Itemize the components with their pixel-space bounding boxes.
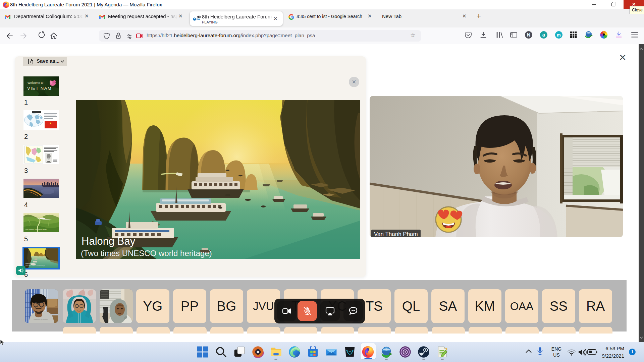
svg-text:Halong Bay: Halong Bay xyxy=(82,235,136,247)
svg-text:N: N xyxy=(527,32,530,38)
svg-text:(Two times UNESCO world herita: (Two times UNESCO world heritage) xyxy=(81,249,212,258)
svg-text:a: a xyxy=(542,32,545,38)
svg-text:Rice terraces & mountain areas: Rice terraces & mountain areas xyxy=(25,229,47,231)
svg-text:Welcome to: Welcome to xyxy=(28,81,43,84)
svg-text:and here is my text now: and here is my text now xyxy=(34,319,48,320)
svg-text:Halong Bay: Halong Bay xyxy=(25,263,34,264)
svg-text:(Two times UNESCO world herita: (Two times UNESCO world heritage) xyxy=(25,265,45,266)
svg-text:VIET NAM: VIET NAM xyxy=(27,86,52,91)
svg-text:m: m xyxy=(557,33,561,38)
